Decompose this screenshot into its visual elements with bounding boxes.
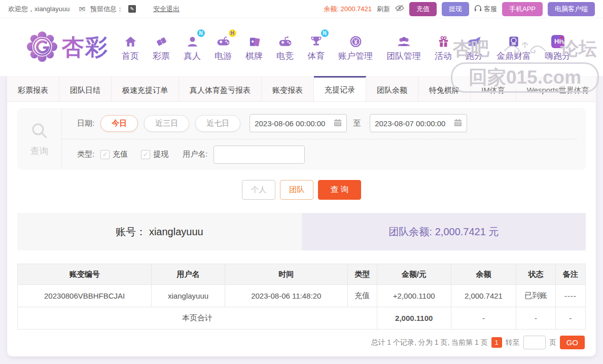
pagination-summary: 总计 1 个记录, 分为 1 页, 当前第 1 页 xyxy=(371,338,487,347)
goto-page-input[interactable] xyxy=(523,336,546,349)
nav-item-slots[interactable]: H 电游 xyxy=(215,33,232,62)
date-label: 日期: xyxy=(77,119,94,128)
cell-balance: 2,000.7421 xyxy=(451,285,516,307)
edit-icon[interactable]: ✎ xyxy=(128,5,136,13)
withdraw-button[interactable]: 提现 xyxy=(442,2,469,16)
account-value: xianglayuuu xyxy=(149,226,203,238)
table-row: 20230806VBBHFBCJAI xianglayuuu 2023-08-0… xyxy=(18,285,586,307)
customer-service-link[interactable]: 客服 xyxy=(474,5,497,14)
balance-value: 2000.7421 xyxy=(341,5,372,13)
tab-im-sports[interactable]: IM体育 xyxy=(471,76,516,101)
date-from-input[interactable] xyxy=(255,119,331,128)
cell-change-id: 20230806VBBHFBCJAI xyxy=(18,285,152,307)
gift-icon xyxy=(437,33,450,48)
withdraw-checkbox[interactable]: ✓ 提现 xyxy=(141,150,168,159)
team-button[interactable]: 团队 xyxy=(280,180,313,200)
calendar-icon[interactable] xyxy=(454,119,462,128)
page-1-button[interactable]: 1 xyxy=(491,337,502,348)
eye-slash-icon[interactable] xyxy=(395,5,404,13)
calendar-icon[interactable] xyxy=(334,119,342,128)
search-label: 查询 xyxy=(30,145,49,157)
recharge-button[interactable]: 充值 xyxy=(409,2,437,16)
badge-n: N xyxy=(197,29,205,37)
cards-icon xyxy=(247,33,261,48)
col-amount: 金额/元 xyxy=(377,264,451,285)
nav-item-promotions[interactable]: 活动 xyxy=(435,33,452,62)
query-button[interactable]: 查 询 xyxy=(318,180,361,200)
go-button[interactable]: GO xyxy=(560,336,585,349)
tab-account-changes[interactable]: 账变报表 xyxy=(262,76,314,101)
people-icon xyxy=(397,33,411,48)
col-type: 类型 xyxy=(347,264,377,285)
nav-item-cards[interactable]: 棋牌 xyxy=(245,33,263,62)
reserved-info-label: 预留信息： xyxy=(90,5,123,14)
svg-text:绝中工作室: 绝中工作室 xyxy=(468,44,477,46)
main-navigation: 杏彩 首页 彩票 N 真人 H 电游 xyxy=(0,18,603,76)
nav-item-esports[interactable]: 电竞 xyxy=(276,33,294,62)
tab-live-sports-pnl[interactable]: 真人体育盈亏报表 xyxy=(179,76,262,101)
nav-item-account-management[interactable]: ¥ 账户管理 xyxy=(338,33,373,62)
checkbox-checked-icon: ✓ xyxy=(100,150,110,159)
preset-7days-button[interactable]: 近七日 xyxy=(195,115,240,132)
message-icon[interactable]: ✉ xyxy=(79,5,85,14)
tab-recharge-withdraw-records[interactable]: 充提记录 xyxy=(314,76,366,101)
hi-app-icon: Hi xyxy=(551,33,564,48)
nav-item-live-casino[interactable]: N 真人 xyxy=(184,33,201,62)
nav-item-jinding-wealth[interactable]: 金鼎财富 xyxy=(496,33,531,62)
col-status: 状态 xyxy=(516,264,555,285)
nav-item-lottery[interactable]: 彩票 xyxy=(153,33,170,62)
gamepad2-icon xyxy=(278,33,293,48)
records-table: 账变编号 用户名 时间 类型 金额/元 余额 状态 备注 20230806VBB… xyxy=(17,264,586,330)
team-balance-value: 2,000.7421 元 xyxy=(435,225,499,239)
cell-time: 2023-08-06 11:48:20 xyxy=(225,285,347,307)
refresh-link[interactable]: 刷新 xyxy=(377,5,390,14)
logout-link[interactable]: 安全退出 xyxy=(153,5,180,14)
nav-item-home[interactable]: 首页 xyxy=(122,33,139,62)
type-label: 类型: xyxy=(77,150,94,159)
tab-fast-orders[interactable]: 极速充提订单 xyxy=(112,76,179,101)
account-number-block: 账号： xianglayuuu xyxy=(17,213,302,250)
preset-today-button[interactable]: 今日 xyxy=(100,115,138,132)
cell-remark: ---- xyxy=(555,285,585,307)
page-unit-label: 页 xyxy=(549,338,556,347)
personal-button[interactable]: 个人 xyxy=(242,180,275,200)
gamepad-icon: H xyxy=(216,33,231,48)
action-row: 个人 团队 查 询 xyxy=(7,180,596,200)
tab-wesports[interactable]: Wesports世界体育 xyxy=(516,76,600,101)
tab-team-balance[interactable]: 团队余额 xyxy=(366,76,418,101)
pagination: 总计 1 个记录, 分为 1 页, 当前第 1 页 1 转至 页 GO xyxy=(7,336,585,349)
tab-lottery-report[interactable]: 彩票报表 xyxy=(7,76,59,101)
col-remark: 备注 xyxy=(555,264,585,285)
goto-label: 转至 xyxy=(506,338,520,347)
username-input[interactable] xyxy=(214,145,305,164)
checkbox-checked-icon: ✓ xyxy=(141,150,150,159)
preset-3days-button[interactable]: 近三日 xyxy=(144,115,189,132)
nav-item-hi-paofen[interactable]: Hi 嗨跑分 xyxy=(545,33,571,62)
date-from-box xyxy=(250,114,347,132)
home-icon xyxy=(124,33,137,48)
search-block[interactable]: 查询 xyxy=(17,108,62,170)
mobile-app-button[interactable]: 手机APP xyxy=(502,2,543,16)
recharge-checkbox[interactable]: ✓ 充值 xyxy=(100,150,128,159)
nav-item-paofen[interactable]: 绝中工作室 跑分 xyxy=(466,33,483,62)
content-card: 彩票报表 团队日结 极速充提订单 真人体育盈亏报表 账变报表 充提记录 团队余额… xyxy=(7,76,596,356)
summary-status: - xyxy=(516,307,555,330)
site-logo[interactable]: 杏彩 xyxy=(26,31,109,64)
tab-tetu-cards[interactable]: 特兔棋牌 xyxy=(418,76,471,101)
nav-item-sports[interactable]: N 体育 xyxy=(307,33,325,62)
coin-icon: ¥ xyxy=(349,33,363,48)
filter-panel: 查询 日期: 今日 近三日 近七日 至 xyxy=(17,108,586,170)
col-time: 时间 xyxy=(225,264,347,285)
date-to-input[interactable] xyxy=(375,119,451,128)
summary-remark: - xyxy=(555,307,585,330)
date-to-box xyxy=(370,114,467,132)
summary-label: 本页合计 xyxy=(18,307,377,330)
badge-n: N xyxy=(321,29,329,37)
account-label: 账号： xyxy=(116,225,146,239)
tab-team-daily[interactable]: 团队日结 xyxy=(59,76,112,101)
ticket-icon xyxy=(155,33,168,48)
search-icon xyxy=(30,121,49,143)
pc-client-button[interactable]: 电脑客户端 xyxy=(548,2,595,16)
cell-username: xianglayuuu xyxy=(152,285,225,307)
nav-item-team-management[interactable]: 团队管理 xyxy=(386,33,421,62)
